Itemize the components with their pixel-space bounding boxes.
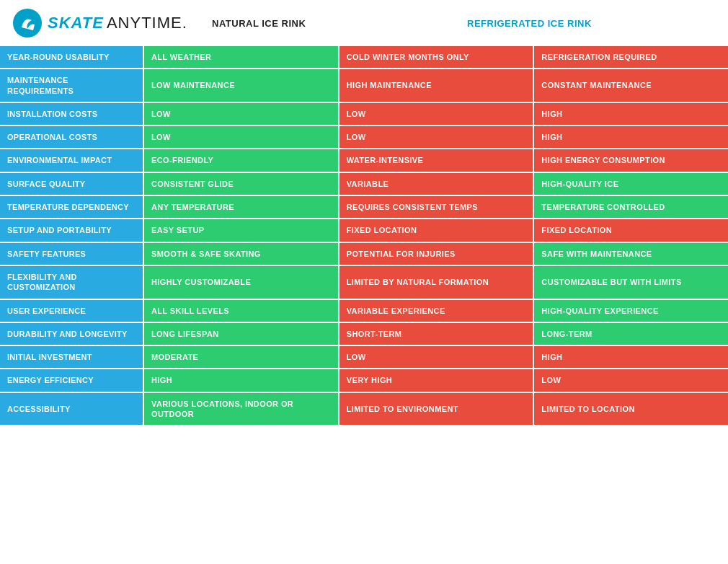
table-row: SAFETY FEATURES SMOOTH & SAFE SKATING PO…: [0, 243, 728, 266]
cell-refrigerated: REFRIGERATION REQUIRED: [534, 46, 728, 68]
cell-natural: REQUIRES CONSISTENT TEMPS: [339, 196, 535, 218]
cell-natural: FIXED LOCATION: [339, 219, 535, 241]
cell-skate: ECO-FRIENDLY: [144, 149, 339, 171]
cell-natural: COLD WINTER MONTHS ONLY: [339, 46, 535, 68]
cell-refrigerated: HIGH-QUALITY ICE: [534, 173, 728, 195]
cell-label: ENVIRONMENTAL IMPACT: [0, 149, 144, 171]
cell-refrigerated: FIXED LOCATION: [534, 219, 728, 241]
table-row: ENERGY EFFICIENCY HIGH VERY HIGH LOW: [0, 369, 728, 392]
cell-refrigerated: CONSTANT MAINTENANCE: [534, 69, 728, 102]
cell-skate: ANY TEMPERATURE: [144, 196, 339, 218]
cell-natural: LIMITED TO ENVIRONMENT: [339, 393, 535, 426]
header: SKATE ANYTIME. NATURAL ICE RINK REFRIGER…: [0, 0, 728, 46]
logo-area: SKATE ANYTIME.: [12, 7, 206, 39]
table-row: DURABILITY AND LONGEVITY LONG LIFESPAN S…: [0, 323, 728, 346]
cell-refrigerated: HIGH ENERGY CONSUMPTION: [534, 149, 728, 171]
cell-skate: CONSISTENT GLIDE: [144, 173, 339, 195]
cell-skate: LOW: [144, 126, 339, 148]
table-row: FLEXIBILITY AND CUSTOMIZATION HIGHLY CUS…: [0, 266, 728, 300]
cell-skate: LOW MAINTENANCE: [144, 69, 339, 102]
col-header-refrigerated: REFRIGERATED ICE RINK: [461, 17, 716, 30]
cell-label: FLEXIBILITY AND CUSTOMIZATION: [0, 266, 144, 299]
logo-text: SKATE ANYTIME.: [48, 14, 187, 32]
cell-label: YEAR-ROUND USABILITY: [0, 46, 144, 68]
cell-skate: SMOOTH & SAFE SKATING: [144, 243, 339, 265]
table-row: ACCESSIBILITY VARIOUS LOCATIONS, INDOOR …: [0, 393, 728, 427]
cell-natural: LOW: [339, 103, 535, 125]
logo-icon: [12, 7, 43, 39]
cell-skate: HIGH: [144, 369, 339, 391]
cell-refrigerated: HIGH: [534, 103, 728, 125]
cell-refrigerated: LONG-TERM: [534, 323, 728, 345]
cell-refrigerated: TEMPERATURE CONTROLLED: [534, 196, 728, 218]
table-row: USER EXPERIENCE ALL SKILL LEVELS VARIABL…: [0, 300, 728, 323]
cell-label: ACCESSIBILITY: [0, 393, 144, 426]
cell-natural: SHORT-TERM: [339, 323, 535, 345]
cell-natural: LOW: [339, 126, 535, 148]
table-row: INITIAL INVESTMENT MODERATE LOW HIGH: [0, 346, 728, 369]
cell-label: SURFACE QUALITY: [0, 173, 144, 195]
cell-natural: VERY HIGH: [339, 369, 535, 391]
cell-natural: VARIABLE: [339, 173, 535, 195]
cell-skate: EASY SETUP: [144, 219, 339, 241]
cell-label: ENERGY EFFICIENCY: [0, 369, 144, 391]
table-row: YEAR-ROUND USABILITY ALL WEATHER COLD WI…: [0, 46, 728, 69]
logo-anytime: ANYTIME.: [107, 14, 187, 32]
cell-label: SETUP AND PORTABILITY: [0, 219, 144, 241]
cell-skate: MODERATE: [144, 346, 339, 368]
cell-skate: ALL WEATHER: [144, 46, 339, 68]
cell-label: OPERATIONAL COSTS: [0, 126, 144, 148]
cell-refrigerated: HIGH: [534, 346, 728, 368]
cell-refrigerated: LIMITED TO LOCATION: [534, 393, 728, 426]
table-row: OPERATIONAL COSTS LOW LOW HIGH: [0, 126, 728, 149]
cell-refrigerated: HIGH: [534, 126, 728, 148]
cell-label: SAFETY FEATURES: [0, 243, 144, 265]
table-row: INSTALLATION COSTS LOW LOW HIGH: [0, 103, 728, 126]
table-row: SURFACE QUALITY CONSISTENT GLIDE VARIABL…: [0, 173, 728, 196]
cell-refrigerated: CUSTOMIZABLE BUT WITH LIMITS: [534, 266, 728, 299]
cell-label: DURABILITY AND LONGEVITY: [0, 323, 144, 345]
cell-natural: LIMITED BY NATURAL FORMATION: [339, 266, 535, 299]
cell-skate: ALL SKILL LEVELS: [144, 300, 339, 322]
table-row: SETUP AND PORTABILITY EASY SETUP FIXED L…: [0, 219, 728, 242]
cell-refrigerated: HIGH-QUALITY EXPERIENCE: [534, 300, 728, 322]
cell-natural: WATER-INTENSIVE: [339, 149, 535, 171]
cell-label: INITIAL INVESTMENT: [0, 346, 144, 368]
cell-skate: VARIOUS LOCATIONS, INDOOR OR OUTDOOR: [144, 393, 339, 426]
table-row: ENVIRONMENTAL IMPACT ECO-FRIENDLY WATER-…: [0, 149, 728, 172]
comparison-table: YEAR-ROUND USABILITY ALL WEATHER COLD WI…: [0, 46, 728, 426]
cell-refrigerated: LOW: [534, 369, 728, 391]
cell-skate: HIGHLY CUSTOMIZABLE: [144, 266, 339, 299]
cell-skate: LOW: [144, 103, 339, 125]
cell-natural: HIGH MAINTENANCE: [339, 69, 535, 102]
cell-refrigerated: SAFE WITH MAINTENANCE: [534, 243, 728, 265]
table-row: MAINTENANCE REQUIREMENTS LOW MAINTENANCE…: [0, 69, 728, 103]
table-row: TEMPERATURE DEPENDENCY ANY TEMPERATURE R…: [0, 196, 728, 219]
cell-natural: LOW: [339, 346, 535, 368]
cell-skate: LONG LIFESPAN: [144, 323, 339, 345]
cell-natural: POTENTIAL FOR INJURIES: [339, 243, 535, 265]
col-header-natural: NATURAL ICE RINK: [206, 17, 461, 30]
cell-label: TEMPERATURE DEPENDENCY: [0, 196, 144, 218]
cell-label: INSTALLATION COSTS: [0, 103, 144, 125]
cell-label: USER EXPERIENCE: [0, 300, 144, 322]
logo-skate: SKATE: [48, 14, 104, 32]
cell-label: MAINTENANCE REQUIREMENTS: [0, 69, 144, 102]
cell-natural: VARIABLE EXPERIENCE: [339, 300, 535, 322]
